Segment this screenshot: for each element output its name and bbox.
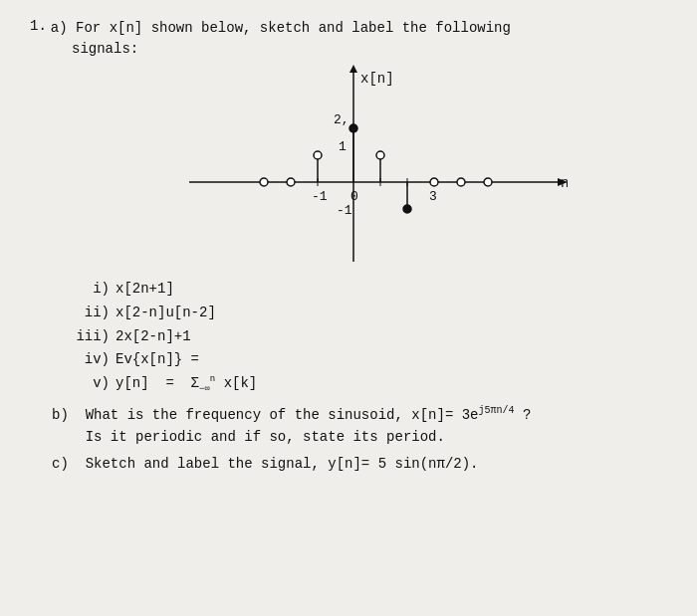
sub-label-ii: ii) [72,302,110,325]
signals-label: signals: [72,41,667,57]
part-b-line1: What is the frequency of the sinusoid, x… [86,407,532,423]
graph-container: x[n] n -1 0 3 1 2, [169,63,568,272]
sub-label-iv: iv) [72,348,110,372]
sub-label-iii: iii) [72,325,110,349]
tick-y2: 2, [334,112,349,127]
sub-item-ii: ii) x[2-n]u[n-2] [72,302,667,325]
tick-yminus1: -1 [337,203,352,218]
tick-3: 3 [429,189,437,204]
tick-0: 0 [350,189,358,204]
sample-minus1 [314,151,322,159]
sample-minus3 [260,178,268,186]
sub-item-iv: iv) Ev{x[n]} = [72,348,667,372]
signal-graph: x[n] n -1 0 3 1 2, [169,63,568,272]
sub-text-v: y[n] = Σ−∞n x[k] [116,372,257,397]
x-axis-label: x[n] [360,71,394,87]
sub-label-i: i) [72,278,110,302]
sub-text-iv: Ev{x[n]} = [116,348,199,372]
sub-label-v: v) [72,372,110,396]
part-c-text: Sketch and label the signal, y[n]= 5 sin… [86,456,479,472]
sub-text-iii: 2x[2-n]+1 [116,325,191,349]
sub-item-v: v) y[n] = Σ−∞n x[k] [72,372,667,397]
part-b-label: b) [52,407,77,423]
tick-minus1: -1 [312,189,328,204]
part-b-indent [52,429,77,445]
problem-header: 1. a) For x[n] shown below, sketch and l… [30,18,667,39]
sample-1 [376,151,384,159]
tick-y1: 1 [339,139,347,154]
sub-item-i: i) x[2n+1] [72,278,667,302]
sub-items: i) x[2n+1] ii) x[2-n]u[n-2] iii) 2x[2-n]… [72,278,667,397]
problem-number: 1. [30,18,47,34]
sub-item-iii: iii) 2x[2-n]+1 [72,325,667,349]
svg-marker-3 [349,65,357,73]
n-axis-label: n [561,175,568,191]
part-c-label: c) [52,456,77,472]
part-b-line2: Is it periodic and if so, state its peri… [86,429,445,445]
sample-2 [403,205,411,213]
sample-3 [430,178,438,186]
sample-5 [484,178,492,186]
part-b: b) What is the frequency of the sinusoid… [52,403,667,448]
sample-0 [349,124,357,132]
sample-minus2 [287,178,295,186]
part-a-label: a) For x[n] shown below, sketch and labe… [51,18,511,39]
part-c: c) Sketch and label the signal, y[n]= 5 … [52,453,667,475]
sub-text-i: x[2n+1] [116,278,174,302]
sub-text-ii: x[2-n]u[n-2] [116,302,216,325]
page: 1. a) For x[n] shown below, sketch and l… [0,0,697,616]
sample-4 [457,178,465,186]
